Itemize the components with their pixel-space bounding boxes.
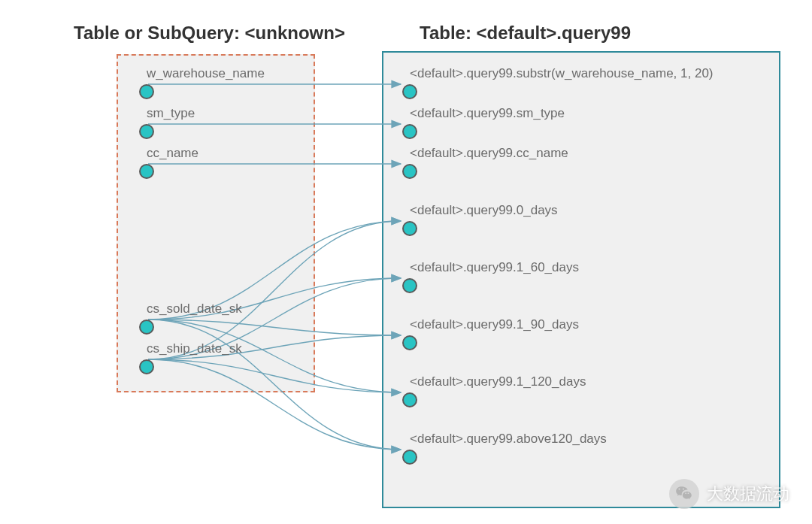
column-label: <default>.query99.1_120_days — [410, 374, 586, 389]
left-title: Table or SubQuery: <unknown> — [74, 23, 345, 44]
column-label: cs_ship_date_sk — [147, 341, 242, 356]
column-node-icon — [402, 450, 417, 465]
column-label: <default>.query99.0_days — [410, 203, 558, 218]
target-column-r2[interactable]: <default>.query99.cc_name — [410, 146, 568, 179]
column-node-icon — [139, 320, 154, 335]
column-node-icon — [139, 124, 154, 139]
target-column-r4[interactable]: <default>.query99.1_60_days — [410, 260, 579, 293]
source-column-sm_type[interactable]: sm_type — [147, 106, 195, 139]
target-column-r7[interactable]: <default>.query99.above120_days — [410, 432, 607, 465]
column-label: cc_name — [147, 146, 198, 161]
column-node-icon — [402, 335, 417, 350]
source-column-cs_sold_date_sk[interactable]: cs_sold_date_sk — [147, 301, 242, 335]
column-node-icon — [139, 164, 154, 179]
wechat-icon — [669, 479, 699, 509]
source-column-cc_name[interactable]: cc_name — [147, 146, 198, 179]
target-column-r1[interactable]: <default>.query99.sm_type — [410, 106, 565, 139]
watermark-text: 大数据流动 — [707, 483, 789, 505]
column-label: <default>.query99.substr(w_warehouse_nam… — [410, 66, 714, 81]
column-node-icon — [402, 392, 417, 407]
column-label: w_warehouse_name — [147, 66, 265, 81]
column-label: sm_type — [147, 106, 195, 121]
source-column-cs_ship_date_sk[interactable]: cs_ship_date_sk — [147, 341, 242, 374]
column-label: cs_sold_date_sk — [147, 301, 242, 317]
column-node-icon — [402, 278, 417, 293]
column-label: <default>.query99.1_60_days — [410, 260, 579, 275]
target-column-r3[interactable]: <default>.query99.0_days — [410, 203, 558, 236]
column-node-icon — [139, 359, 154, 374]
column-label: <default>.query99.sm_type — [410, 106, 565, 121]
target-column-r5[interactable]: <default>.query99.1_90_days — [410, 317, 579, 350]
column-node-icon — [402, 124, 417, 139]
column-label: <default>.query99.cc_name — [410, 146, 568, 161]
target-column-r0[interactable]: <default>.query99.substr(w_warehouse_nam… — [410, 66, 714, 99]
column-label: <default>.query99.1_90_days — [410, 317, 579, 332]
column-node-icon — [402, 221, 417, 236]
target-column-r6[interactable]: <default>.query99.1_120_days — [410, 374, 586, 407]
watermark: 大数据流动 — [669, 479, 789, 509]
column-node-icon — [402, 164, 417, 179]
right-title: Table: <default>.query99 — [420, 23, 631, 44]
column-node-icon — [402, 84, 417, 99]
source-column-w_warehouse_name[interactable]: w_warehouse_name — [147, 66, 265, 99]
column-node-icon — [139, 84, 154, 99]
column-label: <default>.query99.above120_days — [410, 432, 607, 447]
lineage-diagram: Table or SubQuery: <unknown> Table: <def… — [0, 0, 812, 524]
